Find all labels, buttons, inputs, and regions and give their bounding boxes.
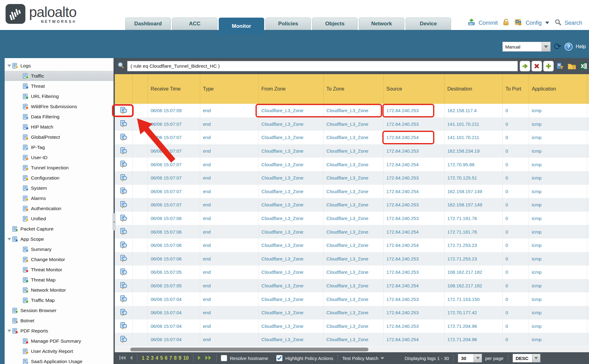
help-link[interactable]: Help — [576, 44, 586, 49]
cell-application[interactable]: icmp — [529, 333, 587, 346]
cell-source[interactable]: 172.64.240.253 — [384, 198, 445, 212]
refresh-interval-select[interactable]: Manual — [502, 42, 551, 52]
cell-source[interactable]: 172.64.240.254 — [384, 279, 445, 293]
highlight-policy-actions-checkbox[interactable] — [276, 355, 282, 361]
tab-acc[interactable]: ACC — [172, 18, 217, 30]
cell-to-port[interactable]: 0 — [503, 131, 529, 144]
cell-from-zone[interactable]: Cloudflare_L3_Zone — [259, 185, 324, 198]
commit-button[interactable]: Commit — [479, 20, 498, 26]
cell-source[interactable]: 172.64.240.253 — [384, 320, 445, 333]
sidebar-item-pdf-reports[interactable]: PDF Reports — [5, 326, 114, 336]
page-number-7[interactable]: 7 — [169, 355, 172, 361]
cell-to-zone[interactable]: Cloudflare_L3_Zone — [324, 239, 384, 252]
cell-action[interactable]: a — [587, 185, 589, 198]
cell-type[interactable]: end — [200, 252, 259, 266]
cell-to-port[interactable]: 0 — [503, 320, 529, 333]
log-filter-input[interactable] — [127, 61, 518, 71]
cell-to-port[interactable]: 0 — [503, 212, 529, 225]
cell-receive-time[interactable]: 06/06 15:07:07 — [148, 171, 200, 185]
cell-receive-time[interactable]: 06/06 15:07:04 — [148, 333, 200, 346]
cell-destination[interactable]: 172.70.125.51 — [445, 171, 503, 185]
cell-to-zone[interactable]: Cloudflare_L3_Zone — [324, 320, 384, 333]
cell-destination[interactable]: 162.158.157.149 — [445, 185, 503, 198]
last-page-icon[interactable] — [205, 355, 212, 361]
expand-triangle-icon[interactable] — [6, 65, 12, 67]
sidebar-item-saas-application-usage[interactable]: SaaS Application Usage — [5, 356, 114, 364]
log-detail-button[interactable] — [115, 239, 133, 252]
cell-type[interactable]: end — [200, 144, 259, 158]
cell-to-port[interactable]: 0 — [503, 252, 529, 266]
log-detail-button[interactable] — [115, 265, 133, 279]
log-detail-button[interactable] — [115, 185, 133, 198]
cell-application[interactable]: icmp — [529, 171, 587, 185]
cell-application[interactable]: icmp — [529, 158, 587, 171]
cell-action[interactable]: a — [587, 333, 589, 346]
column-header-to-port[interactable]: To Port — [503, 74, 529, 104]
sidebar-item-manage-pdf-summary[interactable]: Manage PDF Summary — [5, 336, 114, 346]
filter-builder-icon[interactable] — [555, 61, 565, 71]
cell-destination[interactable]: 172.71.181.76 — [445, 225, 503, 239]
cell-destination[interactable]: 141.101.70.211 — [445, 117, 503, 131]
sidebar-item-user-id[interactable]: User-ID — [5, 152, 114, 163]
log-detail-button[interactable] — [115, 306, 133, 320]
cell-source[interactable]: 172.64.240.254 — [384, 158, 445, 171]
cell-to-zone[interactable]: Cloudflare_L3_Zone — [324, 292, 384, 306]
cell-to-zone[interactable]: Cloudflare_L3_Zone — [324, 131, 384, 144]
cell-destination[interactable]: 162.158.157.149 — [445, 198, 503, 212]
sidebar-item-unified[interactable]: Unified — [5, 214, 114, 224]
cell-from-zone[interactable]: Cloudflare_L3_Zone — [259, 306, 324, 320]
page-number-9[interactable]: 9 — [178, 355, 181, 361]
cell-source[interactable]: 172.64.240.253 — [384, 265, 445, 279]
tab-monitor[interactable]: Monitor — [219, 18, 264, 35]
cell-to-port[interactable]: 0 — [503, 333, 529, 346]
page-number-1[interactable]: 1 — [142, 355, 144, 361]
cell-to-zone[interactable]: Cloudflare_L3_Zone — [324, 265, 384, 279]
log-detail-button[interactable] — [115, 198, 133, 212]
cell-to-zone[interactable]: Cloudflare_L3_Zone — [324, 333, 384, 346]
sidebar-item-packet-capture[interactable]: Packet Capture — [5, 224, 114, 234]
sidebar-item-logs[interactable]: Logs — [5, 61, 114, 71]
expand-triangle-icon[interactable] — [6, 238, 12, 240]
cell-receive-time[interactable]: 06/06 15:07:07 — [148, 117, 200, 131]
sidebar-item-session-browser[interactable]: Session Browser — [5, 305, 114, 315]
cell-from-zone[interactable]: Cloudflare_L3_Zone — [259, 131, 324, 144]
page-number-10[interactable]: 10 — [183, 355, 189, 361]
cell-application[interactable]: icmp — [529, 144, 587, 158]
cell-application[interactable]: icmp — [529, 320, 587, 333]
cell-from-zone[interactable]: Cloudflare_L3_Zone — [259, 239, 324, 252]
log-detail-button[interactable] — [115, 117, 133, 131]
cell-application[interactable]: icmp — [529, 212, 587, 225]
cell-receive-time[interactable]: 06/06 15:07:07 — [148, 185, 200, 198]
cell-type[interactable]: end — [200, 320, 259, 333]
sidebar-item-app-scope[interactable]: App Scope — [5, 234, 114, 244]
sidebar-item-hip-match[interactable]: HIP Match — [5, 122, 114, 132]
cell-from-zone[interactable]: Cloudflare_L3_Zone — [259, 117, 324, 131]
cell-application[interactable]: icmp — [529, 198, 587, 212]
cell-to-port[interactable]: 0 — [503, 144, 529, 158]
cell-from-zone[interactable]: Cloudflare_L3_Zone — [259, 279, 324, 293]
horizontal-scrollbar[interactable] — [115, 347, 589, 352]
log-detail-button[interactable] — [115, 212, 133, 225]
cell-destination[interactable]: 172.71.253.23 — [445, 252, 503, 266]
cell-type[interactable]: end — [200, 117, 259, 131]
sidebar-item-alarms[interactable]: Alarms — [5, 193, 114, 203]
apply-filter-button[interactable] — [520, 61, 530, 71]
cell-to-port[interactable]: 0 — [503, 198, 529, 212]
cell-from-zone[interactable]: Cloudflare_L3_Zone — [259, 212, 324, 225]
cell-source[interactable]: 172.64.240.253 — [384, 252, 445, 266]
cell-type[interactable]: end — [200, 212, 259, 225]
sidebar-item-data-filtering[interactable]: Data Filtering — [5, 112, 114, 122]
first-page-icon[interactable] — [119, 355, 126, 361]
cell-source[interactable]: 172.64.240.254 — [384, 333, 445, 346]
cell-action[interactable]: a — [587, 212, 589, 225]
cell-from-zone[interactable]: Cloudflare_L3_Zone — [259, 333, 324, 346]
config-caret-icon[interactable] — [545, 22, 549, 24]
log-detail-button[interactable] — [115, 144, 133, 158]
log-detail-button[interactable] — [115, 252, 133, 266]
cell-to-port[interactable]: 0 — [503, 117, 529, 131]
cell-receive-time[interactable]: 06/06 15:07:07 — [148, 131, 200, 144]
cell-receive-time[interactable]: 06/06 15:07:04 — [148, 292, 200, 306]
page-number-8[interactable]: 8 — [174, 355, 177, 361]
column-header-from-zone[interactable]: From Zone — [259, 74, 324, 104]
log-detail-button[interactable] — [115, 104, 133, 117]
